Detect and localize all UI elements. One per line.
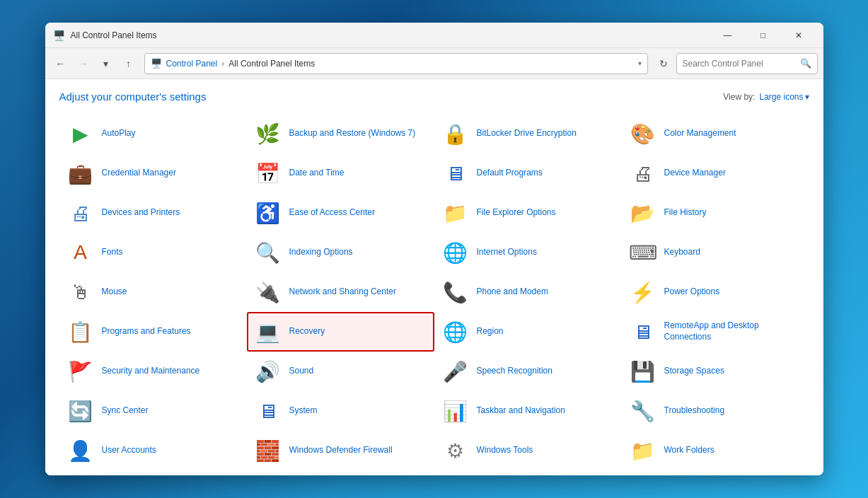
- view-by-text: Large icons: [759, 92, 803, 102]
- item-power[interactable]: ⚡Power Options: [622, 272, 809, 312]
- minimize-button[interactable]: —: [712, 25, 744, 46]
- item-speech[interactable]: 🎤Speech Recognition: [434, 352, 622, 391]
- icon-autoplay: ▶: [66, 120, 95, 148]
- item-remoteapp[interactable]: 🖥RemoteApp and Desktop Connections: [622, 312, 809, 352]
- window-title: All Control Panel Items: [71, 30, 712, 40]
- up-button[interactable]: ↑: [119, 54, 139, 74]
- refresh-button[interactable]: ↻: [654, 54, 673, 74]
- item-autoplay[interactable]: ▶AutoPlay: [59, 114, 247, 154]
- item-explorer[interactable]: 📁File Explorer Options: [434, 193, 622, 233]
- main-content: Adjust your computer's settings View by:…: [45, 79, 823, 475]
- label-backup: Backup and Restore (Windows 7): [289, 128, 416, 139]
- icon-network: 🔌: [254, 278, 282, 306]
- item-default[interactable]: 🖥Default Programs: [434, 154, 622, 193]
- item-sync[interactable]: 🔄Sync Center: [59, 391, 247, 431]
- icon-phone: 📞: [441, 278, 470, 306]
- label-device-mgr: Device Manager: [664, 168, 726, 179]
- item-work[interactable]: 📁Work Folders: [622, 431, 809, 470]
- label-ease: Ease of Access Center: [289, 207, 375, 219]
- view-by-label: View by:: [723, 92, 755, 102]
- maximize-button[interactable]: □: [747, 25, 780, 46]
- item-datetime[interactable]: 📅Date and Time: [247, 154, 434, 193]
- top-bar: Adjust your computer's settings View by:…: [59, 91, 809, 103]
- page-title: Adjust your computer's settings: [59, 91, 207, 103]
- item-internet[interactable]: 🌐Internet Options: [434, 233, 622, 272]
- item-user[interactable]: 👤User Accounts: [59, 431, 247, 470]
- item-devices[interactable]: 🖨Devices and Printers: [59, 193, 247, 233]
- label-explorer: File Explorer Options: [477, 207, 556, 219]
- item-indexing[interactable]: 🔍Indexing Options: [247, 233, 434, 272]
- icon-user: 👤: [66, 436, 95, 465]
- label-work: Work Folders: [664, 445, 714, 456]
- item-sound[interactable]: 🔊Sound: [247, 352, 434, 391]
- label-datetime: Date and Time: [289, 168, 345, 179]
- main-window: 🖥️ All Control Panel Items — □ ✕ ← → ▾ ↑…: [45, 23, 823, 475]
- item-backup[interactable]: 🌿Backup and Restore (Windows 7): [247, 114, 434, 154]
- icon-color: 🎨: [629, 120, 657, 148]
- label-sound: Sound: [289, 366, 314, 377]
- icon-fonts: A: [66, 238, 95, 267]
- label-keyboard: Keyboard: [664, 247, 700, 258]
- back-button[interactable]: ←: [51, 54, 71, 74]
- search-icon[interactable]: 🔍: [800, 58, 811, 69]
- item-keyboard[interactable]: ⌨Keyboard: [622, 233, 809, 272]
- icon-default: 🖥: [441, 159, 470, 187]
- icon-mouse: 🖱: [66, 278, 95, 306]
- label-wdf: Windows Defender Firewall: [289, 445, 393, 456]
- nav-bar: ← → ▾ ↑ 🖥️ Control Panel › All Control P…: [45, 48, 823, 79]
- close-button[interactable]: ✕: [782, 25, 815, 46]
- label-internet: Internet Options: [477, 247, 537, 258]
- address-icon: 🖥️: [151, 58, 162, 69]
- item-storage[interactable]: 💾Storage Spaces: [622, 352, 809, 391]
- search-input[interactable]: [683, 59, 797, 69]
- item-credential[interactable]: 💼Credential Manager: [59, 154, 247, 193]
- label-file-history: File History: [664, 207, 707, 219]
- item-programs[interactable]: 📋Programs and Features: [59, 312, 247, 352]
- item-device-mgr[interactable]: 🖨Device Manager: [622, 154, 809, 193]
- item-network[interactable]: 🔌Network and Sharing Center: [247, 272, 434, 312]
- icon-indexing: 🔍: [254, 238, 282, 267]
- view-by-control: View by: Large icons ▾: [723, 92, 809, 102]
- address-bar[interactable]: 🖥️ Control Panel › All Control Panel Ite…: [144, 53, 648, 74]
- label-color: Color Management: [664, 128, 736, 139]
- view-by-chevron: ▾: [805, 92, 809, 102]
- label-storage: Storage Spaces: [664, 366, 724, 377]
- search-bar[interactable]: 🔍: [676, 53, 818, 74]
- label-speech: Speech Recognition: [477, 366, 552, 377]
- item-color[interactable]: 🎨Color Management: [622, 114, 809, 154]
- label-taskbar: Taskbar and Navigation: [477, 405, 565, 417]
- item-bitlocker[interactable]: 🔒BitLocker Drive Encryption: [434, 114, 622, 154]
- item-system[interactable]: 🖥System: [247, 391, 434, 431]
- item-recovery[interactable]: 💻Recovery: [247, 312, 434, 352]
- label-remoteapp: RemoteApp and Desktop Connections: [664, 320, 802, 342]
- icon-internet: 🌐: [441, 238, 470, 267]
- item-wdf[interactable]: 🧱Windows Defender Firewall: [247, 431, 434, 470]
- item-security[interactable]: 🚩Security and Maintenance: [59, 352, 247, 391]
- address-chevron[interactable]: ▾: [638, 59, 642, 67]
- icon-bitlocker: 🔒: [441, 120, 470, 148]
- view-by-value[interactable]: Large icons ▾: [759, 92, 809, 102]
- item-phone[interactable]: 📞Phone and Modem: [434, 272, 622, 312]
- item-file-history[interactable]: 📂File History: [622, 193, 809, 233]
- label-sync: Sync Center: [102, 405, 149, 417]
- icon-sync: 🔄: [66, 397, 95, 425]
- icon-backup: 🌿: [254, 120, 282, 148]
- label-devices: Devices and Printers: [102, 207, 180, 219]
- icon-remoteapp: 🖥: [629, 318, 657, 346]
- label-power: Power Options: [664, 286, 720, 298]
- icon-recovery: 💻: [254, 318, 282, 346]
- item-ease[interactable]: ♿Ease of Access Center: [247, 193, 434, 233]
- recent-button[interactable]: ▾: [96, 54, 116, 74]
- item-mouse[interactable]: 🖱Mouse: [59, 272, 247, 312]
- icon-wdf: 🧱: [254, 436, 282, 465]
- item-troubleshoot[interactable]: 🔧Troubleshooting: [622, 391, 809, 431]
- label-autoplay: AutoPlay: [102, 128, 136, 139]
- forward-button[interactable]: →: [74, 54, 93, 74]
- label-recovery: Recovery: [289, 326, 325, 337]
- item-tools[interactable]: ⚙Windows Tools: [434, 431, 622, 470]
- item-taskbar[interactable]: 📊Taskbar and Navigation: [434, 391, 622, 431]
- icon-speech: 🎤: [441, 357, 470, 386]
- item-fonts[interactable]: AFonts: [59, 233, 247, 272]
- item-region[interactable]: 🌐Region: [434, 312, 622, 352]
- label-network: Network and Sharing Center: [289, 286, 396, 298]
